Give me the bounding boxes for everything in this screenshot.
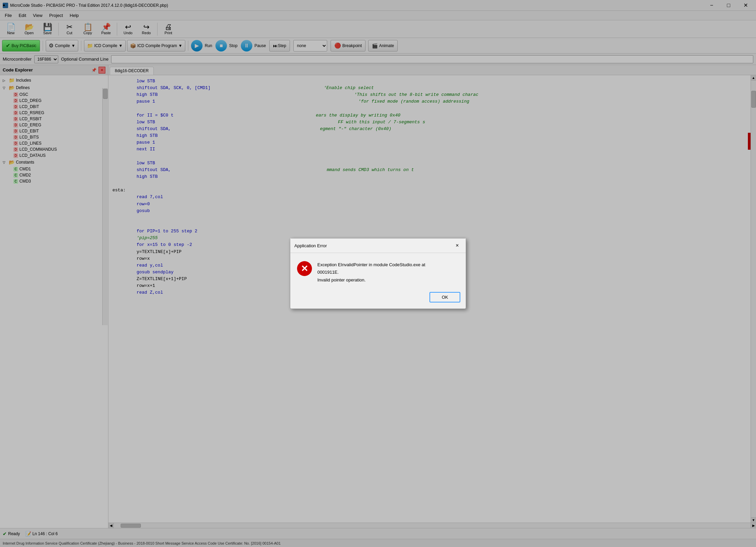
dialog-footer: OK bbox=[290, 289, 466, 309]
dialog-msg-line2: 0001911E. bbox=[317, 269, 459, 276]
dialog-error-icon: ✕ bbox=[297, 261, 312, 276]
dialog-msg-line3: Invalid pointer operation. bbox=[317, 276, 459, 284]
dialog-msg-line1: Exception EInvalidPointer in module Code… bbox=[317, 261, 459, 269]
modal-overlay: Application Error × ✕ Exception EInvalid… bbox=[0, 0, 756, 547]
dialog-title-bar: Application Error × bbox=[290, 238, 466, 253]
dialog-message: Exception EInvalidPointer in module Code… bbox=[317, 261, 459, 283]
dialog-ok-button[interactable]: OK bbox=[429, 292, 460, 302]
dialog-title-text: Application Error bbox=[294, 243, 327, 248]
dialog-body: ✕ Exception EInvalidPointer in module Co… bbox=[290, 253, 466, 289]
error-dialog: Application Error × ✕ Exception EInvalid… bbox=[290, 238, 466, 309]
dialog-close-button[interactable]: × bbox=[453, 241, 462, 250]
